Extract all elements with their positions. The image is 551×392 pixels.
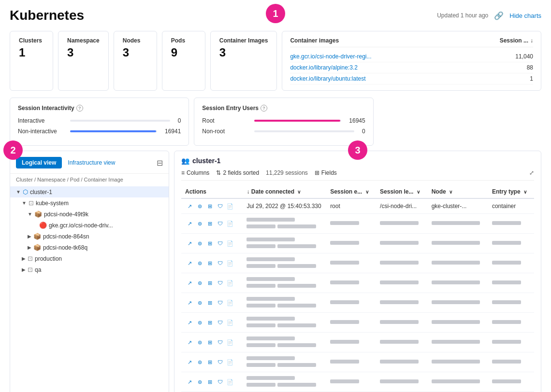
filter-icon[interactable]: ⊟	[157, 158, 163, 168]
action-grid[interactable]: ⊞	[205, 358, 214, 366]
logical-view-tab[interactable]: Logical view	[16, 157, 62, 168]
session-entry-users-card: Session Entry Users ? Root 16945 Non-roo…	[194, 98, 373, 146]
action-doc[interactable]: 📄	[226, 298, 234, 307]
action-open[interactable]: ↗	[185, 338, 194, 347]
page-title: Kubernetes	[10, 8, 84, 23]
action-shield[interactable]: 🛡	[216, 378, 224, 386]
cell-date: Jul 29, 2022 @ 15:40:53.330	[243, 198, 326, 214]
info-icon-interactivity[interactable]: ?	[76, 105, 83, 112]
action-doc[interactable]: 📄	[226, 279, 234, 287]
badge-3: 3	[348, 140, 367, 160]
updated-text: Updated 1 hour ago	[437, 12, 488, 19]
action-grid[interactable]: ⊞	[205, 318, 214, 327]
action-topology[interactable]: ⊚	[195, 318, 204, 327]
table-row: ↗ ⊚ ⊞ 🛡 📄	[181, 253, 534, 273]
col-header-date[interactable]: ↓ Date connected ∨	[243, 185, 326, 198]
table-row: ↗ ⊚ ⊞ 🛡 📄	[181, 273, 534, 293]
col-header-actions[interactable]: Actions	[181, 185, 243, 198]
info-icon-entry-users[interactable]: ?	[261, 105, 267, 112]
hide-charts-button[interactable]: Hide charts	[509, 12, 541, 19]
breadcrumb: Cluster / Namespace / Pod / Container Im…	[10, 174, 169, 186]
action-open[interactable]: ↗	[185, 259, 194, 267]
stat-pods: Pods 9	[162, 31, 205, 91]
table-row: ↗ ⊚ ⊞ 🛡 📄	[181, 234, 534, 253]
col-header-node[interactable]: Node ∨	[428, 185, 488, 198]
infra-view-tab[interactable]: Infrastructure view	[65, 157, 118, 168]
action-open[interactable]: ↗	[185, 318, 194, 327]
action-grid[interactable]: ⊞	[205, 259, 214, 267]
sort-down-icon[interactable]: ↓	[530, 37, 533, 44]
stat-namespace: Namespace 3	[58, 31, 109, 91]
tree-item-kube-system[interactable]: ▼ ⊡ kube-system	[10, 197, 169, 209]
action-shield[interactable]: 🛡	[216, 219, 224, 228]
tree-item-cluster-1[interactable]: ▼ ⬡ cluster-1	[10, 186, 169, 197]
session-interactivity-card: Session Interactivity ? Interactive 0 No…	[10, 98, 189, 146]
action-grid[interactable]: ⊞	[205, 279, 214, 287]
action-topology[interactable]: ⊚	[195, 338, 204, 347]
columns-icon: ≡	[181, 169, 185, 176]
action-topology[interactable]: ⊚	[195, 259, 204, 267]
action-grid[interactable]: ⊞	[205, 298, 214, 307]
action-doc[interactable]: 📄	[226, 259, 234, 267]
sessions-table: Actions ↓ Date connected ∨ Session e... …	[181, 185, 534, 392]
cell-session-le: /csi-node-dri...	[376, 198, 428, 214]
action-doc[interactable]: 📄	[226, 338, 234, 347]
action-open[interactable]: ↗	[185, 279, 194, 287]
tree-item-pdcsi-864sn[interactable]: ▶ 📦 pdcsi-node-864sn	[10, 231, 169, 242]
action-shield[interactable]: 🛡	[216, 338, 224, 347]
action-topology[interactable]: ⊚	[195, 219, 204, 228]
action-open[interactable]: ↗	[185, 239, 194, 248]
action-topology[interactable]: ⊚	[195, 279, 204, 287]
table-row: ↗ ⊚ ⊞ 🛡 📄	[181, 333, 534, 352]
action-shield[interactable]: 🛡	[216, 202, 224, 210]
col-header-session-e[interactable]: Session e... ∨	[326, 185, 376, 198]
action-topology[interactable]: ⊚	[195, 298, 204, 307]
col-header-session-le[interactable]: Session le... ∨	[376, 185, 428, 198]
tree-item-pdcsi-tk68q[interactable]: ▶ 📦 pdcsi-node-tk68q	[10, 242, 169, 253]
tree-item-gke-gcr[interactable]: ▶ 🔴 gke.gcr.io/csi-node-driv...	[10, 220, 169, 231]
action-open[interactable]: ↗	[185, 202, 194, 210]
action-shield[interactable]: 🛡	[216, 259, 224, 267]
action-open[interactable]: ↗	[185, 378, 194, 386]
action-doc[interactable]: 📄	[226, 318, 234, 327]
table-row: ↗ ⊚ ⊞ 🛡 📄	[181, 372, 534, 392]
table-row: ↗ ⊚ ⊞ 🛡 📄	[181, 293, 534, 313]
action-open[interactable]: ↗	[185, 219, 194, 228]
action-doc[interactable]: 📄	[226, 358, 234, 366]
action-grid[interactable]: ⊞	[205, 338, 214, 347]
action-grid[interactable]: ⊞	[205, 219, 214, 228]
action-grid[interactable]: ⊞	[205, 378, 214, 386]
columns-button[interactable]: ≡ Columns	[181, 169, 209, 176]
tree-item-pdcsi-node-49t9k[interactable]: ▼ 📦 pdcsi-node-49t9k	[10, 209, 169, 220]
tree-item-production[interactable]: ▶ ⊡ production	[10, 253, 169, 264]
expand-icon[interactable]: ⤢	[529, 169, 534, 176]
action-doc[interactable]: 📄	[226, 202, 234, 210]
action-doc[interactable]: 📄	[226, 378, 234, 386]
action-doc[interactable]: 📄	[226, 239, 234, 248]
ci-row-0: gke.gcr.io/csi-node-driver-regi... 11,04…	[290, 51, 533, 62]
action-topology[interactable]: ⊚	[195, 358, 204, 366]
action-topology[interactable]: ⊚	[195, 202, 204, 210]
fields-icon: ⊞	[315, 169, 319, 176]
tree-item-qa[interactable]: ▶ ⊡ qa	[10, 264, 169, 275]
action-topology[interactable]: ⊚	[195, 378, 204, 386]
action-shield[interactable]: 🛡	[216, 279, 224, 287]
action-topology[interactable]: ⊚	[195, 239, 204, 248]
action-shield[interactable]: 🛡	[216, 318, 224, 327]
col-header-entry-type[interactable]: Entry type ∨	[488, 185, 534, 198]
action-grid[interactable]: ⊞	[205, 239, 214, 248]
fields-button[interactable]: ⊞ Fields	[315, 169, 337, 176]
action-shield[interactable]: 🛡	[216, 239, 224, 248]
action-doc[interactable]: 📄	[226, 219, 234, 228]
ci-row-1: docker.io/library/alpine:3.2 88	[290, 62, 533, 73]
sorted-button[interactable]: ⇅ 2 fields sorted	[216, 169, 259, 176]
action-open[interactable]: ↗	[185, 358, 194, 366]
container-images-card: Container images Session ... ↓ gke.gcr.i…	[282, 31, 541, 91]
table-row: ↗ ⊚ ⊞ 🛡 📄 Jul 29, 2022 @ 15:40:53.330 ro…	[181, 198, 534, 214]
left-panel: 2 Logical view Infrastructure view ⊟ Clu…	[10, 151, 169, 392]
action-shield[interactable]: 🛡	[216, 358, 224, 366]
action-open[interactable]: ↗	[185, 298, 194, 307]
action-grid[interactable]: ⊞	[205, 202, 214, 210]
cluster-name: cluster-1	[192, 157, 220, 165]
action-shield[interactable]: 🛡	[216, 298, 224, 307]
